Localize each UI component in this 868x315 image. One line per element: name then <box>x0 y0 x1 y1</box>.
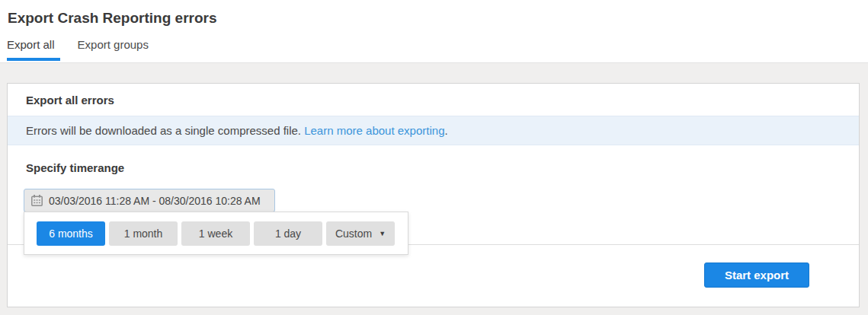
tab-export-groups[interactable]: Export groups <box>78 38 154 61</box>
page-header: Export Crash Reporting errors Export all… <box>0 0 868 62</box>
timerange-section: Specify timerange 03/03/201 <box>8 145 859 244</box>
tab-bar: Export all Export groups <box>7 38 868 61</box>
quick-option-6-months[interactable]: 6 months <box>37 221 105 246</box>
tab-export-all[interactable]: Export all <box>7 38 60 61</box>
timerange-heading: Specify timerange <box>26 161 841 175</box>
info-banner: Errors will be downloaded as a single co… <box>8 116 859 145</box>
page-title: Export Crash Reporting errors <box>0 0 868 27</box>
timerange-input[interactable]: 03/03/2016 11:28 AM - 08/30/2016 10:28 A… <box>24 189 275 212</box>
calendar-icon <box>31 195 43 206</box>
quick-option-custom-label: Custom <box>335 228 372 240</box>
timerange-value: 03/03/2016 11:28 AM - 08/30/2016 10:28 A… <box>49 195 261 207</box>
start-export-button[interactable]: Start export <box>704 262 809 288</box>
caret-down-icon: ▼ <box>379 231 386 237</box>
export-all-panel: Export all errors Errors will be downloa… <box>7 83 860 307</box>
quick-option-1-month[interactable]: 1 month <box>109 221 178 246</box>
learn-more-link[interactable]: Learn more about exporting <box>304 124 444 137</box>
content-area: Export all errors Errors will be downloa… <box>0 62 868 315</box>
info-banner-text: Errors will be downloaded as a single co… <box>26 124 304 137</box>
quick-option-1-week[interactable]: 1 week <box>181 221 250 246</box>
info-banner-suffix: . <box>444 124 447 137</box>
quick-option-1-day[interactable]: 1 day <box>254 221 322 246</box>
timerange-quick-picker: 6 months 1 month 1 week 1 day Custom ▼ <box>24 212 408 255</box>
panel-title: Export all errors <box>8 84 859 116</box>
quick-option-custom[interactable]: Custom ▼ <box>326 221 395 246</box>
